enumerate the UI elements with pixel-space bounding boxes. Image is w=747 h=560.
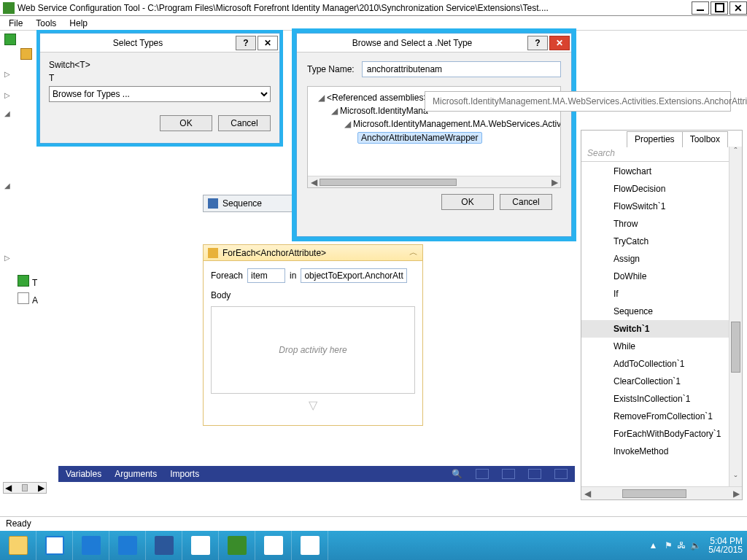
- expander-icon[interactable]: ▷: [0, 251, 39, 265]
- tree-horizontal-scrollbar[interactable]: ◀ ▶: [3, 482, 47, 494]
- toolbox-item[interactable]: ExistsInCollection`1: [581, 390, 729, 408]
- toolbox-panel: Search FlowchartFlowDecisionFlowSwitch`1…: [581, 130, 743, 500]
- window-minimize-button[interactable]: [692, 1, 709, 15]
- toolbox-item[interactable]: If: [581, 285, 729, 303]
- toolbox-item[interactable]: Throw: [581, 215, 729, 233]
- expander-icon[interactable]: ▷: [0, 67, 39, 81]
- menubar: File Tools Help: [0, 16, 747, 31]
- typename-input[interactable]: [362, 61, 561, 77]
- tree-node-selected[interactable]: AnchorAttributeNameWrapper: [357, 132, 482, 144]
- drop-activity-area[interactable]: Drop activity here: [211, 306, 415, 394]
- imports-tab[interactable]: Imports: [170, 469, 199, 479]
- expander-icon[interactable]: ▷: [0, 88, 39, 102]
- toolbox-vertical-scrollbar[interactable]: ˆ ˇ: [729, 147, 742, 486]
- zoom-tool-icon[interactable]: [476, 469, 489, 479]
- toolbox-item[interactable]: InvokeMethod: [581, 443, 729, 460]
- overview-tool-icon[interactable]: [502, 469, 515, 479]
- scroll-right-icon[interactable]: ▶: [730, 489, 742, 499]
- taskbar-date[interactable]: 5/4/2015: [708, 545, 743, 554]
- search-icon[interactable]: 🔍: [452, 469, 462, 479]
- toolbox-horizontal-scrollbar[interactable]: ◀ ▶: [581, 486, 742, 499]
- toolbox-item[interactable]: Sequence: [581, 303, 729, 320]
- toolbox-item[interactable]: ClearCollection`1: [581, 373, 729, 390]
- expander-icon[interactable]: ◢: [318, 93, 325, 103]
- scroll-thumb[interactable]: [731, 322, 740, 373]
- dialog-help-button[interactable]: ?: [527, 36, 548, 50]
- toolbox-item[interactable]: DoWhile: [581, 268, 729, 285]
- toolbox-item[interactable]: Assign: [581, 250, 729, 268]
- tree-horizontal-scrollbar[interactable]: ◀ ▶: [308, 176, 560, 187]
- dialog-help-button[interactable]: ?: [236, 36, 256, 50]
- scroll-up-icon[interactable]: ˆ: [729, 147, 742, 158]
- menu-tools[interactable]: Tools: [30, 17, 62, 30]
- fit-tool-icon[interactable]: [528, 469, 541, 479]
- taskbar-app-ie[interactable]: [36, 531, 73, 560]
- ok-button[interactable]: OK: [160, 115, 212, 131]
- taskbar-app-wsconfig[interactable]: [219, 531, 255, 560]
- type-selector-combo[interactable]: Browse for Types ...: [49, 86, 271, 102]
- foreach-item-input[interactable]: [247, 268, 285, 283]
- network-icon[interactable]: 🖧: [677, 540, 686, 551]
- tab-properties[interactable]: Properties: [627, 131, 683, 147]
- foreach-header[interactable]: ForEach<AnchorAttribute> ︿: [204, 245, 422, 261]
- taskbar-app-paint[interactable]: [255, 531, 292, 560]
- toolbox-item[interactable]: FlowSwitch`1: [581, 198, 729, 215]
- scroll-left-icon[interactable]: ◀: [5, 483, 12, 493]
- tree-item-label[interactable]: T: [13, 278, 39, 288]
- toolbox-item[interactable]: ForEachWithBodyFactory`1: [581, 425, 729, 443]
- cancel-button[interactable]: Cancel: [218, 115, 271, 131]
- window-maximize-button[interactable]: [711, 1, 728, 15]
- foreach-expression-input[interactable]: [301, 268, 407, 283]
- toolbox-item[interactable]: TryCatch: [581, 233, 729, 250]
- flag-icon[interactable]: ⚑: [665, 540, 673, 551]
- tree-node[interactable]: Microsoft.IdentityMana: [340, 106, 428, 116]
- dialog-header[interactable]: Browse and Select a .Net Type ? ✕: [297, 34, 571, 52]
- expander-icon[interactable]: ◢: [0, 179, 39, 192]
- volume-icon[interactable]: 🔈: [690, 540, 701, 551]
- taskbar-app-lync[interactable]: [109, 531, 146, 560]
- expander-icon[interactable]: ◢: [344, 119, 352, 129]
- foreach-body: Foreach in Body Drop activity here ▽: [204, 261, 422, 425]
- toolbox-search-input[interactable]: Search: [581, 146, 742, 162]
- ok-button[interactable]: OK: [441, 194, 494, 210]
- expand-tool-icon[interactable]: [554, 469, 568, 479]
- lync-icon: [118, 536, 137, 555]
- tab-toolbox[interactable]: Toolbox: [682, 131, 728, 147]
- arguments-tab[interactable]: Arguments: [115, 469, 157, 479]
- cancel-button[interactable]: Cancel: [500, 194, 552, 210]
- taskbar-app-store[interactable]: [182, 531, 219, 560]
- scroll-right-icon[interactable]: ▶: [549, 177, 560, 187]
- dialog-close-button[interactable]: ✕: [258, 36, 278, 50]
- dialog-header[interactable]: Select Types ? ✕: [40, 34, 279, 52]
- scroll-thumb[interactable]: [622, 489, 686, 498]
- scroll-right-icon[interactable]: ▶: [38, 483, 44, 493]
- tray-up-icon[interactable]: ▲: [649, 540, 657, 551]
- collapse-chevron-icon[interactable]: ︿: [409, 246, 418, 259]
- taskbar-app-explorer[interactable]: [0, 531, 36, 560]
- menu-file[interactable]: File: [3, 17, 28, 30]
- tree-node[interactable]: Microsoft.IdentityManagement.MA.WebServi…: [353, 119, 561, 129]
- tree-node[interactable]: <Referenced assemblies>: [327, 93, 428, 103]
- scroll-left-icon[interactable]: ◀: [308, 177, 320, 187]
- toolbox-item[interactable]: While: [581, 338, 729, 355]
- foreach-activity[interactable]: ForEach<AnchorAttribute> ︿ Foreach in Bo…: [203, 244, 423, 426]
- toolbox-item[interactable]: AddToCollection`1: [581, 355, 729, 373]
- toolbox-item[interactable]: FlowDecision: [581, 180, 729, 198]
- toolbox-item[interactable]: RemoveFromCollection`1: [581, 408, 729, 425]
- taskbar-app-outlook[interactable]: [73, 531, 109, 560]
- window-close-button[interactable]: ✕: [729, 1, 747, 15]
- taskbar-app-notepad[interactable]: [292, 531, 328, 560]
- scroll-thumb[interactable]: [320, 179, 457, 186]
- scroll-thumb[interactable]: [22, 484, 28, 491]
- taskbar-app-word[interactable]: [146, 531, 182, 560]
- scroll-down-icon[interactable]: ˇ: [729, 475, 742, 486]
- variables-tab[interactable]: Variables: [66, 469, 101, 479]
- scroll-left-icon[interactable]: ◀: [581, 489, 593, 499]
- expander-icon[interactable]: ◢: [331, 106, 338, 116]
- toolbox-item[interactable]: Flowchart: [581, 163, 729, 180]
- toolbox-item[interactable]: Switch`1: [581, 320, 729, 338]
- menu-help[interactable]: Help: [63, 17, 93, 30]
- expander-icon[interactable]: ◢: [0, 106, 39, 120]
- tree-item-label[interactable]: A: [13, 295, 39, 306]
- dialog-close-button[interactable]: ✕: [549, 36, 570, 50]
